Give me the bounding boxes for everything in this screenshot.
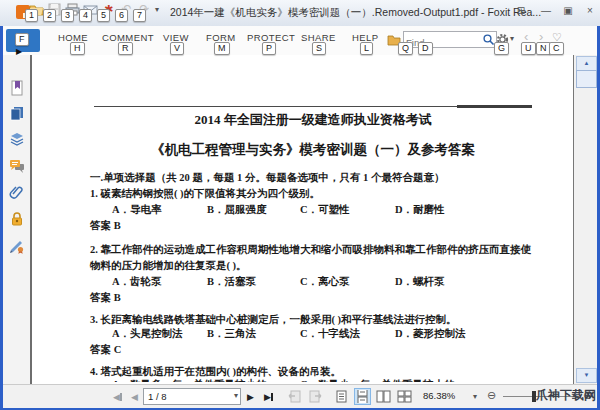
watermark-text: 爪神下载网 bbox=[536, 387, 600, 404]
prev-view-button[interactable] bbox=[287, 385, 301, 408]
option-partial: C．数量少、每一单件重量较大的 bbox=[300, 377, 455, 382]
question-4-options-clipped: A．数量多、每一单件重量较小的 C．数量少、每一单件重量较大的 bbox=[32, 377, 552, 382]
first-page-arrow-icon: ◀ bbox=[113, 392, 120, 402]
page-dropdown-icon[interactable]: ▾ bbox=[234, 391, 238, 400]
document-page[interactable]: 2014 年全国注册一级建造师执业资格考试 《机电工程管理与实务》模考密训题（一… bbox=[32, 55, 573, 384]
option: B．活塞泵 bbox=[207, 274, 256, 290]
facing-view-button[interactable] bbox=[375, 388, 392, 405]
hint-print: 3 bbox=[61, 9, 74, 22]
question-3-answer: 答案 C bbox=[90, 342, 121, 358]
option: D．螺杆泵 bbox=[395, 274, 445, 290]
continuous-view-button[interactable] bbox=[354, 388, 371, 405]
scroll-down-icon[interactable]: ▼ bbox=[576, 368, 597, 383]
exam-title-line1: 2014 年全国注册一级建造师执业资格考试 bbox=[94, 112, 532, 128]
page-number-value: 1 / 8 bbox=[148, 391, 167, 402]
option: C．离心泵 bbox=[300, 274, 350, 290]
security-panel-icon[interactable] bbox=[9, 211, 25, 227]
first-page-button[interactable]: ◀ bbox=[113, 385, 122, 408]
question-2-text: 2. 靠工作部件的运动造成工作容积周期性地增大和缩小而吸排物料和靠工作部件的挤压… bbox=[90, 242, 536, 274]
layers-panel-icon[interactable] bbox=[9, 131, 25, 147]
hint-share: S bbox=[312, 42, 326, 55]
question-3-options: A．头尾控制法 B．三角法 C．十字线法 D．菱形控制法 bbox=[32, 326, 552, 342]
hint-find-folder: Q bbox=[398, 42, 413, 55]
next-view-button[interactable] bbox=[309, 385, 323, 408]
find-input[interactable] bbox=[404, 35, 480, 50]
hint-view: V bbox=[170, 42, 184, 55]
continuous-facing-view-button[interactable] bbox=[396, 388, 413, 405]
question-2-options: A．齿轮泵 B．活塞泵 C．离心泵 D．螺杆泵 bbox=[32, 274, 552, 290]
question-2-answer: 答案 B bbox=[90, 290, 121, 306]
zoom-out-button[interactable]: ⊖ bbox=[487, 389, 496, 402]
single-page-view-button[interactable] bbox=[333, 388, 350, 405]
section-intro: 一.单项选择题（共 20 题，每题 1 分。每题备选项中，只有 1 个最符合题意… bbox=[90, 170, 444, 186]
hint-file: F bbox=[15, 33, 29, 46]
option: A．导电率 bbox=[112, 202, 162, 218]
navigation-sidebar bbox=[3, 55, 32, 384]
option: A．头尾控制法 bbox=[112, 326, 183, 342]
first-page-bar bbox=[120, 393, 122, 401]
prev-page-button[interactable]: ◀ bbox=[131, 385, 138, 408]
bookmarks-panel-icon[interactable] bbox=[9, 80, 25, 96]
last-page-arrow-icon: ▶ bbox=[264, 392, 271, 402]
hint-gear: G bbox=[494, 42, 509, 55]
option: C．十字线法 bbox=[300, 326, 360, 342]
qat-dropdown-icon[interactable]: ▾ bbox=[155, 5, 159, 14]
option: B．屈服强度 bbox=[207, 202, 267, 218]
minimize-button[interactable]: — bbox=[537, 4, 555, 19]
page-number-box[interactable]: 1 / 8 ▾ bbox=[143, 388, 241, 405]
status-bar: ◀ ◀ 1 / 8 ▾ ▶ ▶ 86.38% ▾ ⊖ ⊕ bbox=[3, 384, 597, 408]
hint-help: L bbox=[360, 42, 373, 55]
exam-title-line2: 《机电工程管理与实务》模考密训题（一）及参考答案 bbox=[94, 142, 532, 158]
option: B．三角法 bbox=[207, 326, 256, 342]
pages-panel-icon[interactable] bbox=[9, 105, 25, 121]
hint-favorite: C bbox=[549, 42, 564, 55]
next-page-button[interactable]: ▶ bbox=[247, 385, 254, 408]
title-bar: ✱ ↶ ↷ ▾ 1 2 3 4 5 6 7 2014年一建《机电实务》模考密训题… bbox=[0, 0, 600, 27]
scroll-up-icon[interactable]: ▲ bbox=[576, 56, 597, 71]
option: C．可塑性 bbox=[300, 202, 350, 218]
hint-email: 4 bbox=[79, 9, 92, 22]
hint-open: 1 bbox=[25, 9, 38, 22]
hint-protect: P bbox=[262, 42, 276, 55]
option-partial: A．数量多、每一单件重量较小的 bbox=[112, 377, 267, 382]
hint-back: U bbox=[521, 42, 536, 55]
hint-undo: 6 bbox=[115, 9, 128, 22]
signatures-panel-icon[interactable] bbox=[9, 238, 25, 254]
toolbar-expand-icon[interactable]: ▶ bbox=[16, 47, 22, 56]
comments-panel-icon[interactable] bbox=[9, 158, 25, 174]
zoom-dropdown-icon[interactable]: ▾ bbox=[473, 392, 477, 401]
hint-special: 5 bbox=[97, 9, 110, 22]
hint-find-input: D bbox=[418, 42, 433, 55]
hint-comment: R bbox=[118, 42, 133, 55]
last-page-bar bbox=[271, 393, 273, 401]
hint-save: 2 bbox=[43, 9, 56, 22]
option: A．齿轮泵 bbox=[112, 274, 162, 290]
scrollbar-thumb[interactable] bbox=[576, 70, 597, 88]
layout-grid-button[interactable]: ⊞ bbox=[512, 4, 530, 19]
hint-home: H bbox=[70, 42, 85, 55]
hint-redo: 7 bbox=[133, 9, 146, 22]
page-header-rule-bold bbox=[457, 105, 532, 108]
maximize-button[interactable]: ▣ bbox=[559, 4, 577, 19]
question-1-answer: 答案 B bbox=[90, 218, 121, 234]
option: D．菱形控制法 bbox=[395, 326, 466, 342]
question-1-text: 1. 碳素结构钢按照( )的下限值将其分为四个级别。 bbox=[90, 186, 320, 202]
question-1-options: A．导电率 B．屈服强度 C．可塑性 D．耐磨性 bbox=[32, 202, 552, 218]
option: D．耐磨性 bbox=[395, 202, 445, 218]
vertical-scrollbar[interactable]: ▲ ▼ bbox=[574, 55, 597, 384]
hint-form: M bbox=[214, 42, 230, 55]
zoom-level-value: 86.38% bbox=[423, 390, 455, 401]
window-title: 2014年一建《机电实务》模考密训题（一）.Removed-Output1.pd… bbox=[170, 6, 500, 20]
gear-dropdown-icon[interactable]: ▾ bbox=[510, 34, 514, 43]
close-button[interactable]: × bbox=[581, 4, 599, 19]
attachments-panel-icon[interactable] bbox=[9, 184, 25, 200]
last-page-button[interactable]: ▶ bbox=[264, 385, 273, 408]
next-page-arrow-icon: ▶ bbox=[247, 392, 254, 402]
prev-page-arrow-icon: ◀ bbox=[131, 392, 138, 402]
